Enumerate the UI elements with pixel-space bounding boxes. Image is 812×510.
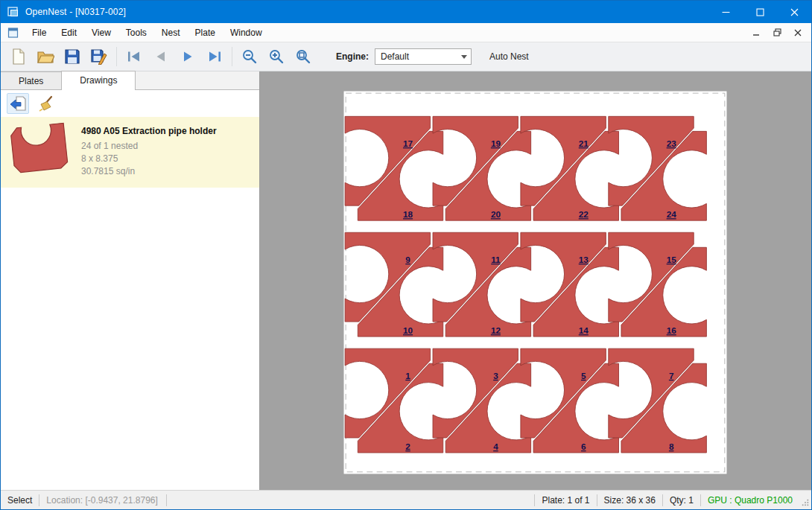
main-toolbar: Engine: Default Auto Nest: [1, 42, 811, 71]
part-number-label: 16: [667, 325, 677, 335]
drawing-size: 8 x 8.375: [81, 153, 217, 164]
part-thumbnail: [11, 124, 68, 178]
sidebar-toolbar: [1, 90, 259, 117]
last-plate-button[interactable]: [201, 45, 228, 68]
part-number-label: 13: [579, 255, 589, 264]
part-number-label: 1: [405, 371, 410, 380]
document-icon: [7, 28, 19, 38]
clean-button[interactable]: [35, 93, 57, 114]
window-title: OpenNest - [N0317-002]: [25, 7, 126, 17]
part-number-label: 17: [403, 138, 413, 148]
part-number-label: 11: [491, 255, 501, 264]
menu-nest[interactable]: Nest: [154, 25, 188, 41]
zoom-in-icon: [268, 48, 285, 65]
nav-prev-icon: [153, 51, 168, 63]
part-number-label: 23: [667, 138, 677, 148]
status-qty: Qty: 1: [663, 495, 700, 506]
chevron-down-icon[interactable]: [457, 49, 471, 64]
part-number-label: 19: [491, 138, 501, 148]
toolbar-separator: [232, 47, 232, 66]
plate-svg[interactable]: 171819202122232491011121314151612345678: [343, 91, 727, 474]
nav-next-icon: [180, 51, 195, 63]
menu-edit[interactable]: Edit: [54, 25, 84, 41]
nest-canvas[interactable]: 171819202122232491011121314151612345678: [260, 71, 811, 490]
minimize-button[interactable]: [708, 1, 743, 23]
part-number-label: 18: [403, 209, 413, 219]
part-number-label: 10: [403, 325, 413, 335]
menu-window[interactable]: Window: [223, 25, 270, 41]
tab-drawings[interactable]: Drawings: [61, 71, 136, 90]
resize-grip[interactable]: [799, 491, 811, 509]
nav-first-icon: [127, 51, 142, 63]
drawing-nested-count: 24 of 1 nested: [81, 141, 217, 151]
part-number-label: 14: [579, 325, 589, 335]
save-as-icon: [90, 48, 108, 65]
part-number-label: 9: [405, 255, 410, 264]
menu-view[interactable]: View: [84, 25, 118, 41]
mdi-close-button[interactable]: [789, 25, 807, 40]
auto-nest-button[interactable]: Auto Nest: [483, 48, 535, 66]
window-controls: [708, 1, 811, 23]
mdi-restore-button[interactable]: [768, 25, 786, 40]
zoom-out-icon: [241, 48, 258, 65]
previous-plate-button[interactable]: [148, 45, 174, 68]
save-button[interactable]: [59, 45, 86, 68]
clean-broom-icon: [37, 95, 55, 112]
menubar: File Edit View Tools Nest Plate Window: [1, 23, 811, 42]
status-location: Location: [-0.9437, 21.8796]: [39, 495, 166, 506]
drawing-meta: 4980 A05 Extraction pipe holder 24 of 1 …: [81, 124, 217, 179]
status-gpu: GPU : Quadro P1000: [701, 495, 799, 506]
first-plate-button[interactable]: [121, 45, 148, 68]
replace-drawing-icon: [9, 95, 27, 112]
part-number-label: 8: [669, 442, 674, 451]
part-number-label: 3: [493, 371, 498, 380]
next-plate-button[interactable]: [174, 45, 201, 68]
zoom-fit-icon: [295, 48, 311, 65]
tab-plates[interactable]: Plates: [1, 71, 62, 89]
toolbar-separator: [116, 47, 117, 66]
status-separator: [166, 494, 167, 506]
part-number-label: 21: [579, 138, 589, 148]
close-button[interactable]: [777, 1, 811, 23]
app-window: OpenNest - [N0317-002] File Edit View To…: [0, 0, 812, 510]
status-right-group: Plate: 1 of 1 Size: 36 x 36 Qty: 1 GPU :…: [534, 491, 811, 509]
save-icon: [64, 48, 80, 65]
content-area: Plates Drawings: [1, 71, 811, 490]
part-number-label: 22: [579, 209, 589, 219]
zoom-fit-button[interactable]: [290, 45, 317, 68]
replace-drawing-button[interactable]: [7, 93, 29, 114]
statusbar: Select Location: [-0.9437, 21.8796] Plat…: [1, 490, 811, 509]
engine-value: Default: [375, 51, 457, 62]
mdi-minimize-button[interactable]: [747, 25, 765, 40]
plate-wrap: 171819202122232491011121314151612345678: [343, 91, 727, 474]
new-button[interactable]: [5, 45, 32, 68]
sidebar-tabs: Plates Drawings: [1, 71, 259, 90]
part-number-label: 4: [493, 442, 498, 451]
menu-plate[interactable]: Plate: [188, 25, 223, 41]
status-plate: Plate: 1 of 1: [535, 495, 596, 506]
save-as-button[interactable]: [86, 45, 112, 68]
open-folder-icon: [37, 48, 54, 65]
maximize-button[interactable]: [743, 1, 777, 23]
part-number-label: 6: [581, 442, 586, 451]
drawing-title: 4980 A05 Extraction pipe holder: [81, 126, 217, 136]
open-button[interactable]: [32, 45, 59, 68]
part-number-label: 2: [405, 442, 410, 451]
part-number-label: 15: [667, 255, 677, 264]
mdi-window-controls: [747, 25, 811, 40]
new-icon: [10, 48, 27, 66]
part-number-label: 7: [669, 371, 674, 380]
zoom-in-button[interactable]: [263, 45, 290, 68]
sidebar: Plates Drawings: [1, 71, 260, 490]
part-number-label: 24: [667, 209, 677, 219]
menu-tools[interactable]: Tools: [118, 25, 154, 41]
drawing-area: 30.7815 sq/in: [81, 166, 217, 176]
engine-select[interactable]: Default: [375, 48, 472, 65]
zoom-out-button[interactable]: [236, 45, 263, 68]
part-number-label: 20: [491, 209, 501, 219]
status-mode: Select: [1, 495, 39, 506]
part-number-label: 12: [491, 325, 501, 335]
engine-label: Engine:: [336, 51, 369, 62]
menu-file[interactable]: File: [25, 25, 54, 41]
drawing-list-item[interactable]: 4980 A05 Extraction pipe holder 24 of 1 …: [1, 117, 259, 188]
